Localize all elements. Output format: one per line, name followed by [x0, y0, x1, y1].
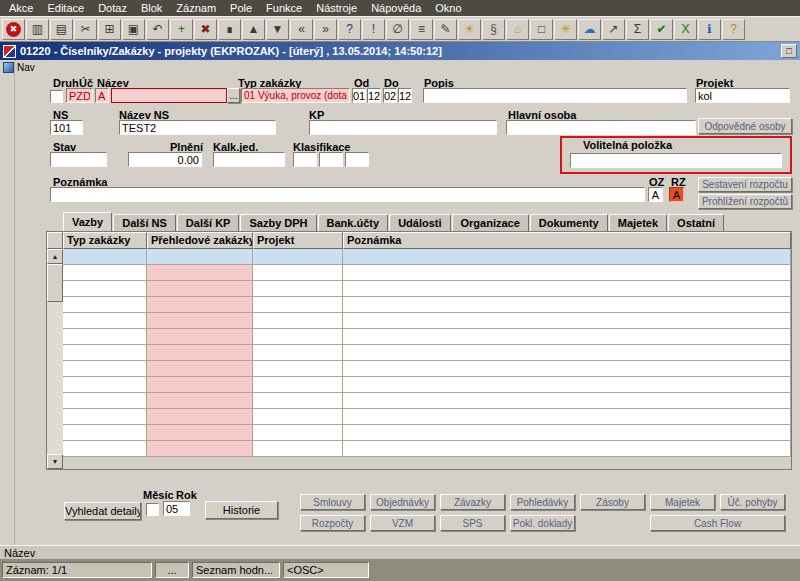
footer-button-uc-pohyby[interactable]: Úč. pohyby	[720, 494, 785, 510]
table-cell[interactable]	[343, 409, 791, 425]
table-cell[interactable]	[147, 409, 253, 425]
scrollbar-thumb[interactable]	[47, 264, 63, 302]
typ-zakazky-field[interactable]	[241, 88, 350, 103]
table-row[interactable]	[63, 329, 791, 345]
footer-button-vzm[interactable]: VZM	[370, 515, 435, 531]
sestaveni-rozpoctu-button[interactable]: Sestavení rozpočtu	[698, 177, 792, 192]
table-row[interactable]	[63, 409, 791, 425]
insert-record-icon[interactable]: +	[170, 19, 193, 40]
table-cell[interactable]	[63, 377, 147, 393]
mesic-checkbox[interactable]	[146, 503, 159, 516]
footer-button-sps[interactable]: SPS	[440, 515, 505, 531]
app-icon[interactable]	[3, 45, 16, 58]
kp-field[interactable]	[309, 120, 497, 135]
copy-icon[interactable]: ⊞	[98, 19, 121, 40]
menu-item-akce[interactable]: Akce	[2, 1, 40, 15]
table-cell[interactable]	[63, 313, 147, 329]
table-cell[interactable]	[343, 265, 791, 281]
table-cell[interactable]	[253, 297, 343, 313]
info-icon[interactable]: ℹ	[698, 19, 721, 40]
table-cell[interactable]	[253, 345, 343, 361]
vertical-scrollbar[interactable]: ▲ ▼	[47, 249, 63, 469]
enter-query-icon[interactable]: ?	[338, 19, 361, 40]
excel-icon[interactable]: X	[674, 19, 697, 40]
table-row[interactable]	[63, 249, 791, 265]
execute-query-icon[interactable]: !	[362, 19, 385, 40]
table-cell[interactable]	[63, 409, 147, 425]
table-cell[interactable]	[147, 249, 253, 265]
cancel-query-icon[interactable]: ∅	[386, 19, 409, 40]
table-cell[interactable]	[343, 425, 791, 441]
table-cell[interactable]	[147, 265, 253, 281]
table-cell[interactable]	[253, 329, 343, 345]
table-cell[interactable]	[343, 249, 791, 265]
table-cell[interactable]	[63, 249, 147, 265]
table-cell[interactable]	[253, 425, 343, 441]
oz-field[interactable]	[648, 187, 663, 202]
table-row[interactable]	[63, 313, 791, 329]
odpovedne-osoby-button[interactable]: Odpovědné osoby	[698, 118, 792, 134]
do-year-field[interactable]	[398, 88, 412, 103]
tab-ostatni[interactable]: Ostatní	[668, 214, 724, 231]
check-icon[interactable]: ✔	[650, 19, 673, 40]
table-cell[interactable]	[343, 393, 791, 409]
table-cell[interactable]	[253, 265, 343, 281]
table-cell[interactable]	[253, 393, 343, 409]
tab-dalsi-kp[interactable]: Další KP	[177, 214, 240, 231]
table-cell[interactable]	[343, 441, 791, 457]
rz-field[interactable]	[669, 187, 684, 202]
footer-button-objednavky[interactable]: Objednávky	[370, 494, 435, 510]
nazev-field[interactable]	[111, 88, 227, 103]
table-cell[interactable]	[343, 377, 791, 393]
nazev-ns-field[interactable]	[119, 120, 276, 135]
menu-item-editace[interactable]: Editace	[40, 1, 91, 15]
keys-icon[interactable]: §	[482, 19, 505, 40]
table-cell[interactable]	[147, 393, 253, 409]
menu-item-dotaz[interactable]: Dotaz	[91, 1, 134, 15]
klasifikace-field-1[interactable]	[293, 152, 317, 167]
table-row[interactable]	[63, 345, 791, 361]
poznamka-field[interactable]	[50, 187, 645, 202]
menu-item-blok[interactable]: Blok	[134, 1, 169, 15]
menu-item-zaznam[interactable]: Záznam	[169, 1, 223, 15]
save-icon[interactable]: ▥	[26, 19, 49, 40]
tab-vazby[interactable]: Vazby	[63, 212, 112, 231]
table-cell[interactable]	[63, 329, 147, 345]
klasifikace-field-2[interactable]	[319, 152, 343, 167]
nazev-lov-button[interactable]: ...	[227, 88, 240, 103]
tab-dokumenty[interactable]: Dokumenty	[530, 214, 608, 231]
prohlizeni-rozpoctu-button[interactable]: Prohlížení rozpočtů	[698, 194, 792, 209]
prev-record-icon[interactable]: ▲	[242, 19, 265, 40]
table-row[interactable]	[63, 265, 791, 281]
delete-record-icon[interactable]: ✖	[194, 19, 217, 40]
table-row[interactable]	[63, 393, 791, 409]
uc-field[interactable]	[95, 88, 109, 103]
kalk-jed-field[interactable]	[213, 152, 285, 167]
weather-icon[interactable]: ☁	[578, 19, 601, 40]
table-cell[interactable]	[63, 393, 147, 409]
menu-item-funkce[interactable]: Funkce	[259, 1, 309, 15]
table-cell[interactable]	[253, 361, 343, 377]
popis-field[interactable]	[423, 88, 687, 103]
edit-icon[interactable]: ✎	[434, 19, 457, 40]
footer-button-smlouvy[interactable]: Smlouvy	[300, 494, 365, 510]
table-cell[interactable]	[343, 329, 791, 345]
scrollbar-track[interactable]	[47, 264, 63, 454]
stav-field[interactable]	[50, 152, 107, 167]
table-cell[interactable]	[253, 313, 343, 329]
volitelna-polozka-field[interactable]	[570, 153, 782, 168]
menu-item-napoveda[interactable]: Nápověda	[364, 1, 428, 15]
table-cell[interactable]	[63, 265, 147, 281]
table-cell[interactable]	[253, 377, 343, 393]
table-cell[interactable]	[343, 345, 791, 361]
record-indicator-checkbox[interactable]	[50, 90, 63, 103]
table-row[interactable]	[63, 281, 791, 297]
exit-icon[interactable]: ✖	[2, 19, 25, 40]
flashlight-icon[interactable]: ☀	[458, 19, 481, 40]
tab-udalosti[interactable]: Události	[389, 214, 450, 231]
druh-field[interactable]	[66, 88, 93, 103]
chart-icon[interactable]: ↗	[602, 19, 625, 40]
od-month-field[interactable]	[352, 88, 366, 103]
footer-button-rozpocty[interactable]: Rozpočty	[300, 515, 365, 531]
klasifikace-field-3[interactable]	[345, 152, 369, 167]
